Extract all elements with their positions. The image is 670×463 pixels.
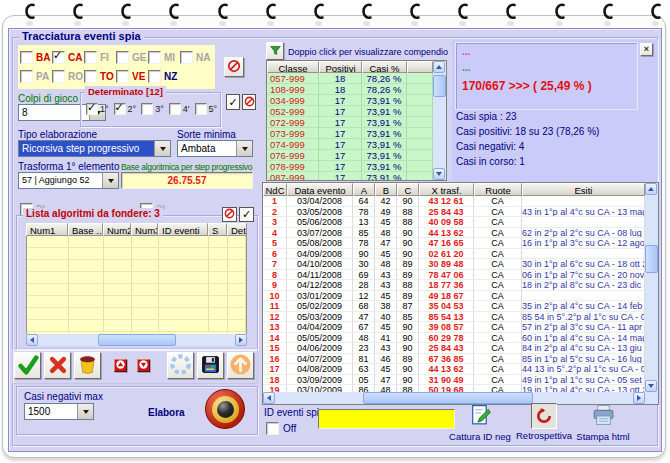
eventi-row[interactable]: 305/06/200813458840 09 58CA — [263, 217, 645, 228]
eventi-table-body[interactable]: 103/04/200864429043 12 61CA203/05/200878… — [263, 196, 645, 392]
eventi-row[interactable]: 1205/03/200947408585 54 13CA85 54 in 5°.… — [263, 312, 645, 323]
ruota-mi[interactable]: MI — [148, 48, 180, 67]
chevron-down-icon[interactable] — [77, 404, 93, 419]
move-up-button[interactable] — [114, 359, 127, 372]
algo-empty-row[interactable] — [27, 320, 246, 332]
determinato-option-2[interactable]: 2° — [114, 103, 137, 115]
trasforma-select[interactable]: 57 | Aggiungo 52 — [18, 172, 119, 189]
determinato-option-4[interactable]: 4' — [169, 103, 190, 115]
eventi-row[interactable]: 804/11/200869438978 47 06CA06 in 1°p al … — [263, 270, 645, 281]
algo-column-header[interactable]: Det — [227, 223, 247, 236]
ruote-clear-button[interactable] — [224, 57, 244, 77]
eventi-row[interactable]: 403/07/200885489044 13 62CA62 in 2°p al … — [263, 228, 645, 239]
classi-row[interactable]: 078-9991773,91 % — [267, 161, 433, 172]
ruota-ro-checkbox[interactable] — [52, 70, 65, 83]
algo-column-header[interactable]: Num1 — [26, 223, 68, 236]
ruota-fi-checkbox[interactable] — [84, 51, 97, 64]
determinato-2-checkbox[interactable] — [114, 103, 126, 115]
ruota-ro[interactable]: RO — [52, 67, 84, 86]
eventi-row[interactable]: 704/10/200830488930 89 48CA30 in 1°p al … — [263, 259, 645, 270]
determinato-option-5[interactable]: 5° — [195, 103, 218, 115]
determinato-3-checkbox[interactable] — [141, 103, 153, 115]
classi-row[interactable]: 073-9991773,91 % — [267, 128, 433, 139]
classi-row[interactable]: 052-9991773,91 % — [267, 106, 433, 117]
determinato-check-all-button[interactable]: ✓ — [226, 94, 240, 110]
eventi-vscrollbar[interactable] — [645, 183, 658, 392]
algo-column-header[interactable]: Num2 — [103, 223, 131, 236]
algo-column-header[interactable]: Base ... — [68, 223, 103, 236]
scroll-right-icon[interactable] — [235, 334, 247, 346]
chevron-down-icon[interactable] — [102, 173, 118, 188]
ruota-ca[interactable]: CA — [52, 48, 84, 67]
classi-row[interactable]: 034-9991773,91 % — [267, 95, 433, 106]
close-panel-button[interactable]: × — [640, 43, 653, 56]
elabora-button[interactable] — [205, 389, 245, 429]
lista-check-button[interactable]: ✓ — [239, 207, 254, 222]
classi-column-header[interactable]: Casi % — [362, 61, 407, 73]
off-checkbox[interactable] — [266, 422, 279, 435]
algo-column-header[interactable]: Num3 — [131, 223, 158, 236]
ruota-ba[interactable]: BA — [20, 48, 52, 67]
ruota-to-checkbox[interactable] — [84, 70, 97, 83]
ruota-nz[interactable]: NZ — [148, 67, 180, 86]
refresh-ring-button[interactable] — [167, 352, 194, 379]
chevron-down-icon[interactable] — [236, 141, 252, 156]
ruota-fi[interactable]: FI — [84, 48, 116, 67]
eventi-column-header[interactable]: Ruote — [474, 183, 522, 196]
eventi-row[interactable]: 1003/01/200912458949 18 67CA — [263, 291, 645, 302]
determinato-1-checkbox[interactable] — [86, 103, 98, 115]
clear-list-button[interactable] — [74, 352, 101, 379]
off-checkbox-row[interactable]: Off — [266, 422, 296, 435]
eventi-row[interactable]: 1105/02/200968388735 04 53CA35 in 2°p al… — [263, 301, 645, 312]
eventi-column-header[interactable]: C — [397, 183, 419, 196]
confirm-button[interactable] — [14, 352, 41, 379]
algo-hscrollbar[interactable] — [26, 334, 247, 346]
eventi-column-header[interactable]: NdC — [263, 183, 287, 196]
algo-empty-row[interactable] — [27, 284, 246, 296]
algo-hscroll-thumb[interactable] — [98, 334, 176, 346]
compendio-button[interactable] — [266, 42, 284, 60]
ruota-ve[interactable]: VE — [116, 67, 148, 86]
ruota-na[interactable]: NA — [180, 48, 212, 67]
determinato-option-1[interactable]: 1° — [86, 103, 109, 115]
ruota-pa[interactable]: PA — [20, 67, 52, 86]
base-algoritmica-field[interactable]: 26.75.57 — [121, 172, 253, 189]
id-eventi-input[interactable] — [318, 409, 455, 429]
ruota-ge-checkbox[interactable] — [116, 51, 129, 64]
ruota-ba-checkbox[interactable] — [20, 51, 33, 64]
eventi-row[interactable]: 203/05/200878498825 84 43CA43 in 1°p al … — [263, 207, 645, 218]
ruota-ca-checkbox[interactable] — [52, 51, 65, 64]
classi-row[interactable]: 087-9991773,91 % — [267, 172, 433, 180]
move-down-button[interactable] — [137, 359, 150, 372]
determinato-option-3[interactable]: 3° — [141, 103, 164, 115]
algo-column-header[interactable]: ID eventi — [158, 223, 208, 236]
ruota-to[interactable]: TO — [84, 67, 116, 86]
algo-empty-row[interactable] — [27, 272, 246, 284]
scroll-up-icon[interactable] — [433, 61, 445, 73]
ruota-nz-checkbox[interactable] — [148, 70, 161, 83]
eventi-row[interactable]: 604/09/200890459002 61 20CA — [263, 249, 645, 260]
ruota-ge[interactable]: GE — [116, 48, 148, 67]
ruota-mi-checkbox[interactable] — [148, 51, 161, 64]
cattura-id-neg-button[interactable]: Cattura ID neg — [443, 403, 517, 442]
eventi-column-header[interactable]: A — [353, 183, 375, 196]
algo-empty-row[interactable] — [27, 236, 246, 248]
eventi-column-header[interactable]: Data evento — [287, 183, 353, 196]
lista-clear-button[interactable] — [222, 207, 237, 222]
algo-column-header[interactable]: S — [208, 223, 227, 236]
classi-column-header[interactable]: Positivi — [319, 61, 362, 73]
algo-empty-row[interactable] — [27, 260, 246, 272]
ruota-pa-checkbox[interactable] — [20, 70, 33, 83]
classi-row[interactable]: 076-9991773,91 % — [267, 150, 433, 161]
stampa-html-button[interactable]: Stampa html — [568, 403, 638, 442]
save-button[interactable] — [197, 352, 224, 379]
eventi-row[interactable]: 1504/06/200923439025 84 43CA84 in 2°p al… — [263, 343, 645, 354]
eventi-row[interactable]: 1405/05/200948419060 29 78CA60 in 1°p al… — [263, 333, 645, 344]
algo-empty-row[interactable] — [27, 308, 246, 320]
eventi-row[interactable]: 1704/08/200963459044 13 62CA44 13 in 5°.… — [263, 364, 645, 375]
classi-vscrollbar[interactable] — [433, 61, 446, 180]
eventi-vscroll-thumb[interactable] — [645, 245, 658, 273]
algo-empty-row[interactable] — [27, 296, 246, 308]
ruota-na-checkbox[interactable] — [180, 51, 193, 64]
classi-row[interactable]: 072-9991773,91 % — [267, 117, 433, 128]
